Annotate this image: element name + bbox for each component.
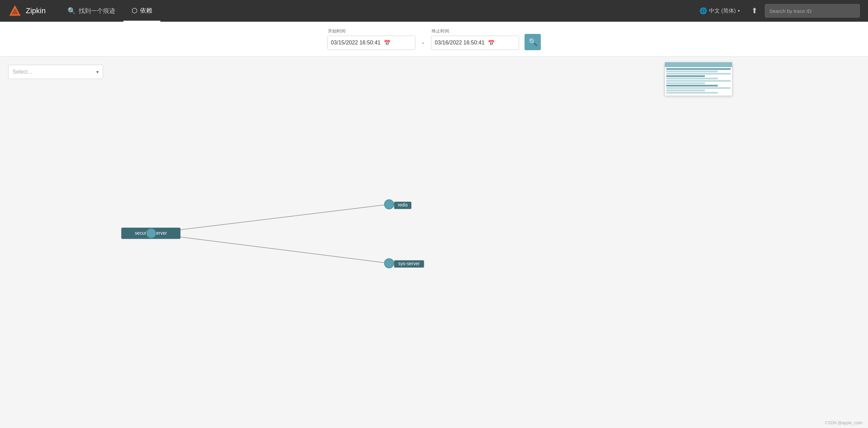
navbar-right: 🌐 中文 (简体) ▾ ⬆ bbox=[695, 4, 860, 18]
chevron-down-icon: ▾ bbox=[738, 8, 740, 13]
search-button[interactable]: 🔍 bbox=[525, 34, 541, 50]
search-icon: 🔍 bbox=[528, 38, 537, 46]
end-date-group: 终止时间 03/16/2022 16:50:41 📅 bbox=[431, 28, 519, 50]
thumb-header bbox=[665, 62, 732, 67]
navbar: Zipkin 🔍 找到一个痕迹 ⬡ 依赖 🌐 中文 (简体) ▾ ⬆ bbox=[0, 0, 868, 22]
nav-dependencies[interactable]: ⬡ 依赖 bbox=[123, 0, 160, 22]
end-date-value: 03/16/2022 16:50:41 bbox=[435, 40, 485, 46]
thumbnail-inner bbox=[665, 62, 732, 96]
start-date-input[interactable]: 03/15/2022 16:50:41 📅 bbox=[327, 36, 415, 50]
thumb-row bbox=[666, 80, 731, 82]
date-separator: - bbox=[422, 39, 425, 47]
main-content: Select... ▾ bbox=[0, 57, 868, 428]
thumb-row bbox=[666, 68, 731, 70]
start-date-value: 03/15/2022 16:50:41 bbox=[331, 40, 381, 46]
toolbar: 开始时间 03/15/2022 16:50:41 📅 - 终止时间 03/16/… bbox=[0, 22, 868, 57]
nav-dependencies-label: 依赖 bbox=[140, 6, 152, 15]
end-calendar-icon[interactable]: 📅 bbox=[488, 40, 495, 46]
node-redis[interactable]: redis bbox=[384, 200, 411, 209]
thumb-rows bbox=[665, 67, 732, 96]
redis-circle bbox=[384, 200, 394, 209]
language-label: 中文 (简体) bbox=[709, 7, 736, 15]
edge-security-redis bbox=[151, 205, 389, 233]
search-nav-icon: 🔍 bbox=[67, 7, 76, 15]
brand: Zipkin bbox=[8, 4, 46, 18]
thumb-row bbox=[666, 87, 731, 89]
service-select[interactable]: Select... ▾ bbox=[8, 65, 103, 79]
end-date-input[interactable]: 03/16/2022 16:50:41 📅 bbox=[431, 36, 519, 50]
thumb-row bbox=[666, 78, 718, 79]
end-date-label: 终止时间 bbox=[431, 28, 519, 34]
footer: CSDN @apple_csdn bbox=[825, 421, 863, 425]
start-date-label: 开始时间 bbox=[327, 28, 415, 34]
sys-server-circle bbox=[384, 258, 394, 268]
thumb-row bbox=[666, 92, 718, 94]
start-date-group: 开始时间 03/15/2022 16:50:41 📅 bbox=[327, 28, 415, 50]
dependencies-nav-icon: ⬡ bbox=[132, 6, 137, 15]
node-sys-server[interactable]: sys-server bbox=[384, 258, 424, 268]
chevron-down-icon: ▾ bbox=[96, 69, 99, 75]
thumb-row bbox=[666, 90, 705, 91]
brand-logo-icon bbox=[8, 4, 22, 18]
nav-find-trace[interactable]: 🔍 找到一个痕迹 bbox=[59, 0, 123, 22]
thumb-row bbox=[666, 73, 731, 75]
nav-find-trace-label: 找到一个痕迹 bbox=[79, 7, 115, 15]
edge-security-sys bbox=[151, 233, 389, 263]
dependency-thumbnail bbox=[665, 62, 732, 96]
thumb-row bbox=[666, 82, 705, 84]
upload-button[interactable]: ⬆ bbox=[749, 4, 760, 17]
brand-name: Zipkin bbox=[26, 6, 46, 15]
thumb-row bbox=[666, 71, 718, 72]
select-placeholder: Select... bbox=[13, 69, 32, 75]
footer-text: CSDN @apple_csdn bbox=[825, 421, 863, 425]
dependency-graph: securit...-server redis sys-server bbox=[8, 79, 860, 384]
start-calendar-icon[interactable]: 📅 bbox=[384, 40, 391, 46]
security-server-circle bbox=[146, 229, 156, 238]
sys-server-label: sys-server bbox=[398, 261, 420, 266]
language-selector[interactable]: 🌐 中文 (简体) ▾ bbox=[695, 5, 744, 17]
redis-label: redis bbox=[398, 202, 408, 208]
translate-icon: 🌐 bbox=[699, 7, 707, 15]
thumb-row bbox=[666, 75, 705, 77]
thumb-row bbox=[666, 85, 718, 86]
trace-search-input[interactable] bbox=[765, 4, 860, 18]
